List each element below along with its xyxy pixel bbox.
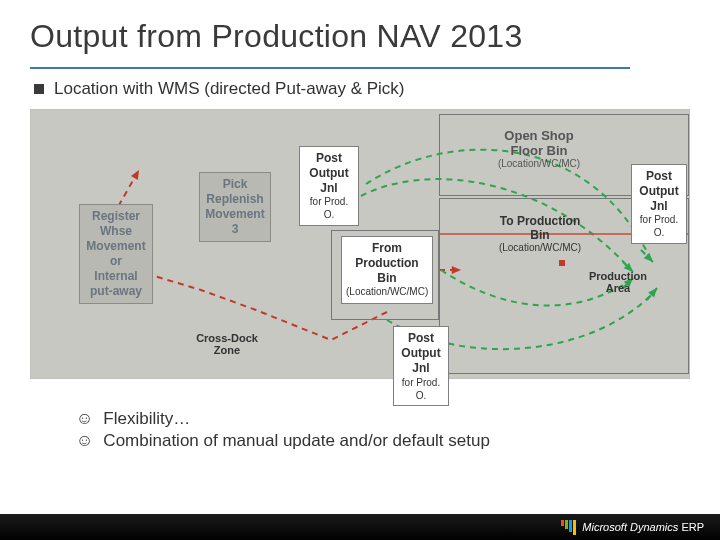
post-output-right-box: Post Output Jnl for Prod. O. [631,164,687,244]
diagram-canvas: Register Whse Movement or Internal put-a… [30,109,690,379]
square-bullet-icon [34,84,44,94]
footer-bar: Microsoft Dynamics ERP [0,514,720,540]
open-shop-label: Open Shop Floor Bin (Location/WC/MC) [479,128,599,169]
cross-dock-label: Cross-Dock Zone [181,332,273,356]
production-area-label: Production Area [577,270,659,294]
from-production-bin-box: From Production Bin (Location/WC/MC) [341,236,433,304]
subtitle-text: Location with WMS (directed Put-away & P… [54,79,405,99]
bottom-list: ☺ Flexibility… ☺ Combination of manual u… [76,409,690,451]
subtitle-row: Location with WMS (directed Put-away & P… [34,79,690,99]
to-production-label: To Production Bin (Location/WC/MC) [485,214,595,253]
page-title: Output from Production NAV 2013 [30,18,690,55]
smile-icon: ☺ [76,409,93,429]
title-underline [30,67,630,69]
pick-replenish-box: Pick Replenish Movement 3 [199,172,271,242]
register-whse-box: Register Whse Movement or Internal put-a… [79,204,153,304]
smile-icon: ☺ [76,431,93,451]
post-output-bottom-box: Post Output Jnl for Prod. O. [393,326,449,406]
flexibility-text: Flexibility… [103,409,190,429]
post-output-center-box: Post Output Jnl for Prod. O. [299,146,359,226]
microsoft-logo-icon [561,520,576,535]
footer-brand: Microsoft Dynamics ERP [582,521,704,533]
combination-text: Combination of manual update and/or defa… [103,431,490,451]
